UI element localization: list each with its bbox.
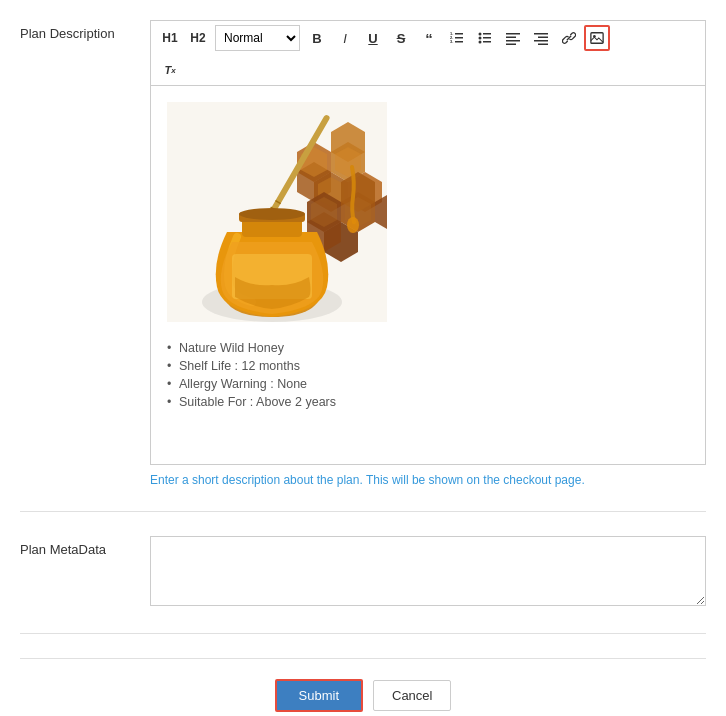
svg-point-9 xyxy=(479,33,482,36)
plan-metadata-row: Plan MetaData xyxy=(20,536,706,634)
format-select[interactable]: Normal Heading 1 Heading 2 Heading 3 xyxy=(215,25,300,51)
underline-button[interactable]: U xyxy=(360,25,386,51)
svg-rect-19 xyxy=(538,44,548,46)
checkout-page-link[interactable]: checkout page xyxy=(503,473,581,487)
svg-rect-8 xyxy=(483,41,491,43)
svg-rect-21 xyxy=(591,33,603,44)
strikethrough-button[interactable]: S xyxy=(388,25,414,51)
image-button[interactable] xyxy=(584,25,610,51)
plan-metadata-label: Plan MetaData xyxy=(20,536,150,557)
hint-suffix: . xyxy=(581,473,584,487)
editor-toolbar-row2: Tx xyxy=(150,55,706,85)
editor-area[interactable]: Nature Wild Honey Shelf Life : 12 months… xyxy=(150,85,706,465)
bullet-item-4: Suitable For : Above 2 years xyxy=(167,395,689,409)
align-left-button[interactable] xyxy=(500,25,526,51)
submit-row: Submit Cancel xyxy=(20,658,706,716)
svg-text:3.: 3. xyxy=(450,39,453,44)
bullet-list: Nature Wild Honey Shelf Life : 12 months… xyxy=(167,341,689,409)
italic-button[interactable]: I xyxy=(332,25,358,51)
svg-rect-2 xyxy=(455,41,463,43)
align-right-button[interactable] xyxy=(528,25,554,51)
bullet-item-2: Shelf Life : 12 months xyxy=(167,359,689,373)
svg-point-10 xyxy=(479,37,482,40)
plan-description-label: Plan Description xyxy=(20,20,150,41)
unordered-list-button[interactable] xyxy=(472,25,498,51)
h2-button[interactable]: H2 xyxy=(185,25,211,51)
bullet-item-3: Allergy Warning : None xyxy=(167,377,689,391)
form-container: Plan Description H1 H2 Normal Heading 1 … xyxy=(0,0,726,716)
svg-rect-7 xyxy=(483,37,491,39)
plan-description-row: Plan Description H1 H2 Normal Heading 1 … xyxy=(20,20,706,512)
svg-point-11 xyxy=(479,41,482,44)
svg-rect-12 xyxy=(506,33,520,35)
honey-image-svg xyxy=(167,102,387,322)
clear-format-button[interactable]: Tx xyxy=(157,57,183,83)
svg-rect-16 xyxy=(534,33,548,35)
link-button[interactable] xyxy=(556,25,582,51)
plan-description-field: H1 H2 Normal Heading 1 Heading 2 Heading… xyxy=(150,20,706,487)
bullet-item-1: Nature Wild Honey xyxy=(167,341,689,355)
svg-point-51 xyxy=(239,208,305,220)
svg-rect-15 xyxy=(506,44,516,46)
svg-rect-14 xyxy=(506,40,520,42)
hint-prefix: Enter a short description about the plan… xyxy=(150,473,503,487)
svg-rect-17 xyxy=(538,37,548,39)
svg-rect-6 xyxy=(483,33,491,35)
bold-button[interactable]: B xyxy=(304,25,330,51)
editor-image xyxy=(167,102,689,325)
blockquote-button[interactable]: “ xyxy=(416,25,442,51)
h1-button[interactable]: H1 xyxy=(157,25,183,51)
plan-metadata-field xyxy=(150,536,706,609)
field-hint: Enter a short description about the plan… xyxy=(150,473,706,487)
svg-rect-1 xyxy=(455,37,463,39)
editor-toolbar-row1: H1 H2 Normal Heading 1 Heading 2 Heading… xyxy=(150,20,706,55)
metadata-input[interactable] xyxy=(150,536,706,606)
svg-point-47 xyxy=(347,217,359,233)
submit-button[interactable]: Submit xyxy=(275,679,363,712)
svg-rect-0 xyxy=(455,33,463,35)
svg-rect-13 xyxy=(506,37,516,39)
svg-rect-18 xyxy=(534,40,548,42)
ordered-list-button[interactable]: 1. 2. 3. xyxy=(444,25,470,51)
cancel-button[interactable]: Cancel xyxy=(373,680,451,711)
